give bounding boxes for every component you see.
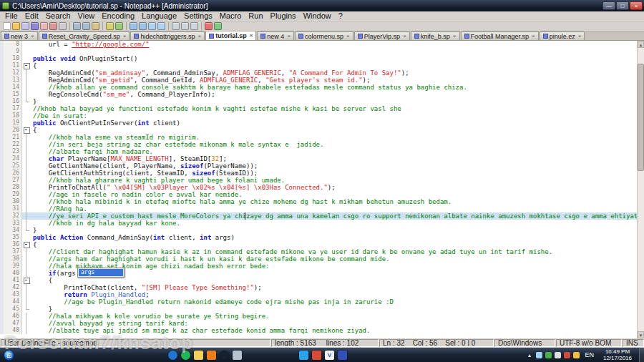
show-desktop-button[interactable] [639,348,644,362]
replace-icon[interactable] [139,22,147,30]
code-text[interactable]: //khob hala mibinid k in etefaq miofte h… [31,198,637,205]
code-text[interactable]: RegConsoleCmd("sm_me", Command_PlayerInf… [31,91,637,98]
code-text[interactable]: //args ham dar haghighat vorudi i hast k… [31,255,637,263]
tab-hidechattriggers-sp[interactable]: hidechattriggers.sp× [130,31,205,40]
menu-item-window[interactable]: Window [300,11,335,21]
code-text[interactable]: //khob hala bayyad ye functioni estefade… [31,105,637,112]
network-icon[interactable] [536,352,542,358]
tab-close-icon[interactable]: × [453,34,457,39]
code-text[interactable]: //albate farqi ham nadaare. [31,148,637,155]
hidden-icons-arrow[interactable]: ▲ [526,353,534,358]
skype-icon[interactable] [168,351,177,360]
code-text[interactable]: { [31,127,637,134]
menu-item-plugins[interactable]: Plugins [267,11,300,21]
v-editor-icon[interactable]: V [325,351,334,360]
code-text[interactable]: } [31,305,637,313]
code-text[interactable]: { [31,277,637,284]
show-all-chars-icon[interactable] [181,22,189,30]
clock[interactable]: 10:49 PM 12/17/2016 [599,348,636,361]
code-text[interactable]: //in seri beja string az char estefade m… [31,141,637,148]
word-wrap-icon[interactable] [172,22,180,30]
redo-icon[interactable] [115,22,123,30]
autocomplete-item[interactable]: args [79,269,123,276]
menu-item-settings[interactable]: Settings [180,11,216,21]
code-lines[interactable]: 8 url = "http://google.com/"910public vo… [0,41,637,338]
code-text[interactable]: //age be Plugin_Handled return nakonid e… [31,298,637,305]
menu-item-macro[interactable]: Macro [216,11,245,21]
find-icon[interactable] [130,22,137,30]
new-file-icon[interactable] [3,22,11,30]
code-text[interactable]: //khob allan ye command console sakhtm k… [31,84,637,91]
language-indicator[interactable]: EN [582,351,596,358]
zoom-out-icon[interactable] [157,22,165,30]
autocomplete-popup[interactable]: args [77,268,125,278]
menu-item-encoding[interactable]: Encoding [98,11,138,21]
code-text[interactable]: //be in surat: [31,112,637,119]
volume-icon[interactable] [555,352,561,358]
tab-close-icon[interactable]: × [532,34,535,39]
code-text[interactable]: //age in fasele ro nadin color e avval k… [31,191,637,198]
open-file-icon[interactable] [12,22,20,30]
code-text[interactable]: //ye seri API e custom hast mesle MoreCo… [31,212,637,220]
tab-pinule-ez[interactable]: pinule.ez× [540,31,585,40]
tab-close-icon[interactable]: × [578,34,582,39]
close-all-icon[interactable] [49,22,57,30]
tab-new-3[interactable]: new 3× [1,31,38,40]
tab-close-icon[interactable]: × [31,34,34,39]
save-all-icon[interactable] [31,22,39,30]
menu-item-run[interactable]: Run [245,11,266,21]
code-text[interactable]: //khob hala esme va steamId ro migirim. [31,134,637,141]
tab-close-icon[interactable]: × [123,34,127,39]
maximize-button[interactable]: □ [616,1,629,10]
scroll-down-icon[interactable]: ▼ [638,331,644,338]
menu-item-language[interactable]: Language [138,11,180,21]
code-text[interactable]: //khob hala gharare k vaghti player umad… [31,177,637,184]
fold-toggle-icon[interactable] [22,241,31,248]
scroll-up-icon[interactable]: ▲ [638,41,644,48]
zoom-in-icon[interactable] [148,22,156,30]
tab-close-icon[interactable]: × [346,34,350,39]
idm-icon[interactable] [299,351,308,360]
update-icon[interactable] [573,352,580,358]
tab-colormenu-sp[interactable]: colormenu.sp× [295,31,353,40]
fold-toggle-icon[interactable] [22,277,31,284]
tab-new-4[interactable]: new 4× [257,31,294,40]
play-macro-icon[interactable] [214,22,222,30]
fold-toggle-icon[interactable] [22,127,31,134]
app-red-icon[interactable] [312,351,321,360]
fold-toggle-icon[interactable] [22,62,31,69]
menu-item-help[interactable]: ? [335,11,346,21]
tab-close-icon[interactable]: × [250,33,253,39]
code-text[interactable]: RegAdminCmd("sm_adminsay", Command_Admin… [31,69,637,77]
code-text[interactable]: url = "http://google.com/" [31,41,637,48]
tab-close-icon[interactable]: × [403,34,406,39]
menu-item-search[interactable]: Search [42,11,74,21]
print-icon[interactable] [59,22,67,30]
code-text[interactable]: { [31,62,637,69]
steam-icon[interactable] [220,351,229,360]
cut-icon[interactable] [73,22,81,30]
app-indigo-icon[interactable] [338,351,347,360]
vertical-scrollbar[interactable]: ▲ ▼ [637,41,644,338]
close-file-icon[interactable] [40,22,48,30]
code-text[interactable]: //hala mikhyam k kole vorudio be surate … [31,313,637,320]
menu-item-edit[interactable]: Edit [21,11,42,21]
paste-icon[interactable] [92,22,99,30]
code-text[interactable]: //albate tuye api jadid sm mige k az cha… [31,327,637,334]
editor[interactable]: 8 url = "http://google.com/"910public vo… [0,41,644,338]
winamp-icon[interactable] [207,351,216,360]
code-text[interactable]: public Action Command_AdminSay(int clien… [31,234,637,241]
code-text[interactable]: } [31,227,637,234]
scrollbar-thumb[interactable] [638,64,644,171]
menu-item-file[interactable]: File [1,11,21,21]
code-text[interactable]: RegAdminCmd("sm_getid", Command_GetId, A… [31,77,637,84]
code-text[interactable]: PrintToChatAll(" \x04[SM] \x03Player \x0… [31,184,637,191]
code-text[interactable]: GetClientAuthString(client, SteamID, siz… [31,170,637,177]
record-macro-icon[interactable] [205,22,213,30]
tab-reset-gravity-speed-sp[interactable]: Reset_Gravity_Speed.sp× [39,31,130,40]
indent-guide-icon[interactable] [190,22,198,30]
code-text[interactable]: } [31,98,637,105]
menu-item-view[interactable]: View [74,11,99,21]
code-text[interactable]: PrintToChat(client, "[SM] Please Type So… [31,284,637,291]
tab-close-icon[interactable]: × [197,34,201,39]
